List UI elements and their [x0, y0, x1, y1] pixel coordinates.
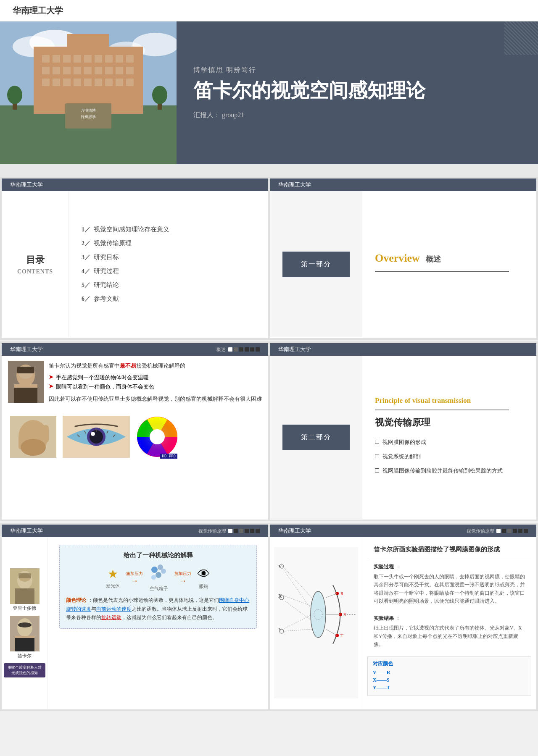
corr-row-2: X——S: [373, 677, 526, 683]
section2-item-3: 视网膜图像传输到脑腔并最终传输到松果腺的方式: [375, 467, 524, 475]
slide4-conclusion: 因此若可以在不使用传统亚里士多德概念解释视觉，别的感官的机械解释不会有很大困难: [49, 394, 262, 404]
contents-item-1: 1／ 视觉空间感知理论存在意义: [82, 226, 256, 234]
section2-item-1: 视网膜图像的形成: [375, 438, 524, 446]
svg-rect-29: [84, 79, 92, 86]
slide6-section-label: 视觉传输原理: [198, 528, 226, 534]
svg-point-39: [152, 86, 167, 104]
hd-6: [256, 529, 260, 533]
result-colon: ：: [396, 616, 401, 621]
hd7-6: [524, 529, 528, 533]
source-label: 发光体: [106, 583, 120, 589]
slide-2-contents: 华南理工大学 目录 CONTENTS 1／ 视觉空间感知理论存在意义 2／ 视觉…: [2, 178, 268, 338]
dot-1: [228, 347, 232, 352]
slide-row-2: 华南理工大学 目录 CONTENTS 1／ 视觉空间感知理论存在意义 2／ 视觉…: [0, 177, 538, 340]
section2-text-1: 视网膜图像的形成: [382, 438, 426, 446]
slide-4-descartes: 华南理工大学 概述: [2, 343, 268, 520]
svg-rect-23: [116, 67, 123, 74]
bullet-1: ➤ 手在感觉到一个温暖的物体时会变温暖: [49, 374, 262, 381]
aristotle-image: [10, 568, 40, 604]
svg-rect-8: [53, 55, 60, 63]
slide4-top: 笛卡尔认为视觉是所有感官中最不易接受机械理论解释的 ➤ 手在感觉到一个温暖的物体…: [2, 356, 268, 410]
dot-4: [245, 347, 249, 352]
hd-5: [250, 529, 254, 533]
svg-rect-10: [74, 55, 81, 63]
overview-en: Overview 概述: [375, 252, 524, 265]
section2-box: 第二部分: [282, 425, 350, 450]
slide2-header: 华南理工大学: [2, 178, 268, 191]
svg-rect-12: [95, 55, 102, 63]
eye-diagram-area: V X Y R: [270, 537, 362, 709]
slide-row-3: 华南理工大学 概述: [0, 341, 538, 521]
eye-label: 眼睛: [199, 583, 208, 590]
section2-label: 第二部分: [289, 433, 343, 442]
bullet-text-1: 手在感觉到一个温暖的物体时会变温暖: [56, 374, 149, 381]
slide6-header: 华南理工大学 视觉传输原理: [2, 525, 268, 537]
reporter-name: group21: [222, 111, 244, 118]
particles-visual: [149, 564, 168, 583]
svg-text:行辨思学: 行辨思学: [81, 115, 96, 119]
bullet-2: ➤ 眼睛可以看到一种颜色，而身体不会变色: [49, 383, 262, 391]
item-text-1: 视觉空间感知理论存在意义: [94, 226, 169, 234]
svg-rect-32: [116, 79, 123, 86]
svg-rect-34: [67, 34, 109, 49]
gap-1: [0, 164, 538, 177]
slide5-header: 华南理工大学: [270, 343, 536, 356]
contents-items-list: 1／ 视觉空间感知理论存在意义 2／ 视觉传输原理 3／ 研究目标 4／ 研究过…: [69, 191, 268, 337]
contents-label: 目录: [26, 254, 45, 266]
svg-rect-21: [95, 67, 102, 74]
svg-point-67: [150, 429, 165, 444]
pressure-label-2: 施加压力: [174, 571, 191, 577]
section2-divider: [375, 410, 509, 410]
corr-1: V——R: [373, 669, 390, 676]
hd7-4: [513, 529, 517, 533]
section1-box-area: 第一部分: [270, 191, 362, 337]
experiment-label-area: 实验过程 ：: [374, 562, 525, 571]
slide2-univ: 华南理工大学: [10, 181, 43, 189]
color-wheel-image: HD PRO: [136, 416, 178, 459]
bullet-arrow-2: ➤: [49, 383, 53, 390]
svg-point-88: [311, 591, 326, 638]
svg-text:R: R: [340, 591, 344, 596]
aristotle-label: 亚里士多德: [13, 605, 36, 612]
bullet-sq-1: [375, 440, 379, 444]
slide6-univ: 华南理工大学: [10, 527, 43, 535]
slide7-section: 视觉传输原理: [467, 528, 528, 534]
medium-label: 空气粒子: [150, 585, 168, 592]
svg-rect-31: [105, 79, 113, 86]
arrow-right-2: →: [179, 577, 187, 585]
bottom-label: 用哪个质变解释人对光成独色的感知: [4, 663, 45, 677]
hd-3: [239, 529, 243, 533]
svg-rect-17: [53, 67, 60, 74]
svg-rect-14: [116, 55, 123, 63]
corr-row-1: V——R: [373, 669, 526, 676]
dot-6: [256, 347, 260, 352]
item-num-6: 6／: [82, 295, 90, 303]
slide3-header: 华南理工大学: [270, 178, 536, 191]
section2-title-cn: 视觉传输原理: [375, 416, 524, 429]
svg-rect-45: [14, 384, 37, 388]
svg-point-59: [91, 432, 95, 436]
descartes-portrait-area: [8, 361, 44, 404]
mechanics-diagram: ★ 发光体 施加压力 →: [66, 564, 250, 592]
eye-diagram-svg: V X Y R: [274, 547, 358, 698]
hd7-2: [502, 529, 506, 533]
item-text-5: 研究结论: [94, 281, 119, 289]
slide5-univ: 华南理工大学: [278, 346, 311, 353]
svg-rect-25: [42, 79, 50, 86]
slide6-dots: [228, 529, 260, 533]
eye-icon: 👁: [198, 567, 210, 581]
experiment-text: 取下一头牛或一个刚死去的人的眼睛，去掉后面的视网膜，使眼睛的其余部分尽可能不受干…: [374, 573, 525, 606]
overview-divider: [375, 271, 509, 272]
item-text-2: 视觉传输原理: [94, 239, 132, 247]
bullet-sq-2: [375, 454, 379, 458]
air-particles-node: 空气粒子: [149, 564, 168, 592]
theory-label: 颜色理论: [66, 597, 86, 603]
section1-label: 第一部分: [289, 260, 343, 269]
section2-title-en: Principle of visual transmission: [375, 396, 524, 405]
corr-2: X——S: [373, 677, 389, 683]
svg-text:万明慎博: 万明慎博: [81, 108, 96, 113]
svg-rect-47: [17, 367, 34, 373]
arrow-2: 施加压力 →: [174, 571, 191, 585]
hd-4: [245, 529, 249, 533]
svg-rect-27: [63, 79, 71, 86]
